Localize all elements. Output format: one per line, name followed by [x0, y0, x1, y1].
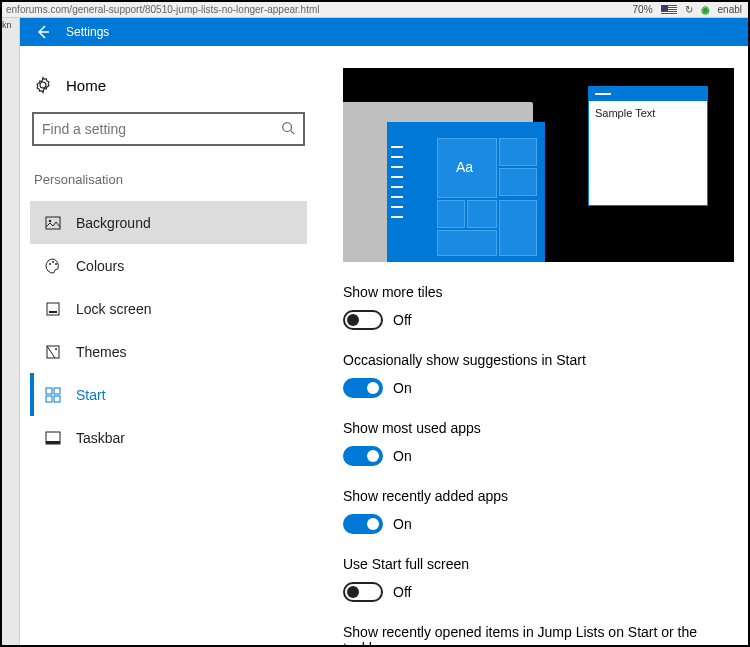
- toggle-state: On: [393, 516, 412, 532]
- search-field[interactable]: [42, 121, 281, 137]
- svg-point-0: [283, 122, 292, 131]
- enable-label: enabl: [718, 4, 742, 15]
- svg-point-10: [55, 348, 57, 350]
- background-window-sliver: kn: [2, 18, 20, 645]
- themes-icon: [44, 343, 62, 361]
- svg-rect-13: [46, 396, 52, 402]
- svg-point-4: [49, 263, 51, 265]
- toggle-recent-apps[interactable]: [343, 514, 383, 534]
- flag-icon: [661, 5, 677, 15]
- window-title: Settings: [66, 25, 109, 39]
- setting-full-screen: Use Start full screen Off: [343, 556, 734, 602]
- nav-label: Colours: [76, 258, 124, 274]
- toggle-state: On: [393, 448, 412, 464]
- svg-point-5: [52, 261, 54, 263]
- search-input[interactable]: [32, 112, 305, 146]
- nav-label: Start: [76, 387, 106, 403]
- gear-icon: [34, 76, 52, 94]
- setting-label: Show recently opened items in Jump Lists…: [343, 624, 734, 645]
- sample-window: Sample Text: [588, 86, 708, 206]
- sidebar-item-colours[interactable]: Colours: [30, 244, 307, 287]
- nav-label: Themes: [76, 344, 127, 360]
- setting-label: Show more tiles: [343, 284, 734, 300]
- setting-most-used: Show most used apps On: [343, 420, 734, 466]
- nav-label: Background: [76, 215, 151, 231]
- sidebar-item-themes[interactable]: Themes: [30, 330, 307, 373]
- svg-rect-7: [47, 303, 59, 315]
- titlebar: Settings: [20, 18, 748, 46]
- setting-recent-apps: Show recently added apps On: [343, 488, 734, 534]
- sidebar-item-start[interactable]: Start: [30, 373, 307, 416]
- refresh-icon[interactable]: ↻: [685, 4, 693, 15]
- sample-text: Sample Text: [589, 101, 707, 125]
- setting-label: Show recently added apps: [343, 488, 734, 504]
- nav-label: Taskbar: [76, 430, 125, 446]
- setting-label: Occasionally show suggestions in Start: [343, 352, 734, 368]
- search-icon: [281, 121, 295, 138]
- toggle-more-tiles[interactable]: [343, 310, 383, 330]
- toggle-most-used[interactable]: [343, 446, 383, 466]
- svg-rect-8: [49, 311, 57, 313]
- picture-icon: [44, 214, 62, 232]
- setting-label: Show most used apps: [343, 420, 734, 436]
- taskbar-icon: [44, 429, 62, 447]
- svg-line-1: [291, 130, 295, 134]
- svg-point-6: [55, 263, 57, 265]
- toggle-state: On: [393, 380, 412, 396]
- toggle-suggestions[interactable]: [343, 378, 383, 398]
- sidebar-item-background[interactable]: Background: [30, 201, 307, 244]
- svg-point-3: [49, 219, 51, 221]
- svg-rect-14: [54, 396, 60, 402]
- enable-extension-icon[interactable]: ◉: [701, 4, 710, 15]
- settings-window: Settings Home Personalisation: [20, 18, 748, 645]
- browser-chrome: enforums.com/general-support/80510-jump-…: [2, 2, 748, 18]
- setting-more-tiles: Show more tiles Off: [343, 284, 734, 330]
- main-panel: Sample Text Show more tiles Off Occasion…: [325, 46, 748, 645]
- palette-icon: [44, 257, 62, 275]
- zoom-level: 70%: [633, 4, 653, 15]
- home-button[interactable]: Home: [30, 70, 307, 106]
- lockscreen-icon: [44, 300, 62, 318]
- toggle-full-screen[interactable]: [343, 582, 383, 602]
- nav-label: Lock screen: [76, 301, 151, 317]
- svg-rect-2: [46, 217, 60, 229]
- url-fragment: enforums.com/general-support/80510-jump-…: [6, 4, 320, 15]
- setting-suggestions: Occasionally show suggestions in Start O…: [343, 352, 734, 398]
- toggle-state: Off: [393, 584, 411, 600]
- start-preview: Sample Text: [343, 68, 734, 262]
- setting-label: Use Start full screen: [343, 556, 734, 572]
- sidebar: Home Personalisation Background Colo: [20, 46, 325, 645]
- back-button[interactable]: [28, 18, 58, 46]
- section-label: Personalisation: [34, 172, 307, 187]
- svg-rect-11: [46, 388, 52, 394]
- sidebar-item-lockscreen[interactable]: Lock screen: [30, 287, 307, 330]
- home-label: Home: [66, 77, 106, 94]
- arrow-left-icon: [35, 24, 51, 40]
- svg-rect-12: [54, 388, 60, 394]
- svg-rect-16: [46, 441, 60, 444]
- setting-jump-lists: Show recently opened items in Jump Lists…: [343, 624, 734, 645]
- start-icon: [44, 386, 62, 404]
- sidebar-item-taskbar[interactable]: Taskbar: [30, 416, 307, 459]
- toggle-state: Off: [393, 312, 411, 328]
